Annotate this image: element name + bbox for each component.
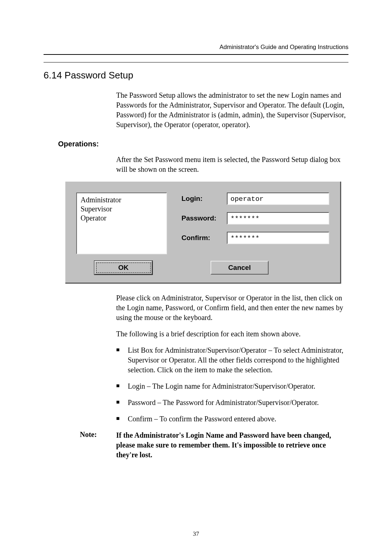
list-item[interactable]: Administrator — [81, 195, 163, 204]
list-item: Confirm – To confirm the Password entere… — [116, 414, 348, 424]
operations-heading: Operations: — [58, 140, 348, 148]
intro-paragraph: The Password Setup allows the administra… — [116, 90, 348, 130]
list-item: List Box for Administrator/Supervisor/Op… — [116, 345, 348, 375]
password-label: Password: — [181, 214, 227, 222]
list-item[interactable]: Operator — [81, 214, 163, 223]
running-header: Administrator's Guide and Operating Inst… — [44, 44, 348, 50]
page-number: 37 — [0, 530, 392, 538]
confirm-input[interactable]: ******* — [227, 232, 329, 244]
list-item: Password – The Password for Administrato… — [116, 398, 348, 408]
bullet-list: List Box for Administrator/Supervisor/Op… — [116, 345, 348, 424]
cancel-button[interactable]: Cancel — [211, 261, 269, 275]
list-item[interactable]: Supervisor — [81, 204, 163, 214]
password-input[interactable]: ******* — [227, 212, 329, 224]
password-setup-dialog: Administrator Supervisor Operator Login:… — [65, 182, 341, 284]
ok-button[interactable]: OK — [94, 261, 152, 275]
confirm-label: Confirm: — [181, 234, 227, 242]
list-item: Login – The Login name for Administrator… — [116, 381, 348, 391]
operations-lead: After the Set Password menu item is sele… — [116, 155, 348, 174]
note-body: If the Administrator's Login Name and Pa… — [116, 430, 348, 460]
login-label: Login: — [181, 195, 227, 203]
section-heading: 6.14 Password Setup — [44, 70, 348, 81]
fields-group: Login: operator Password: ******* Confir… — [167, 193, 329, 254]
after-dialog-p2: The following is a brief description for… — [116, 329, 348, 339]
after-dialog-p1: Please click on Administrator, Superviso… — [116, 293, 348, 323]
role-listbox[interactable]: Administrator Supervisor Operator — [76, 193, 167, 254]
note-block: Note: If the Administrator's Login Name … — [44, 430, 348, 460]
note-label: Note: — [80, 430, 116, 460]
header-rule — [44, 54, 348, 55]
login-input[interactable]: operator — [227, 193, 329, 205]
header-rule-2 — [44, 62, 348, 62]
